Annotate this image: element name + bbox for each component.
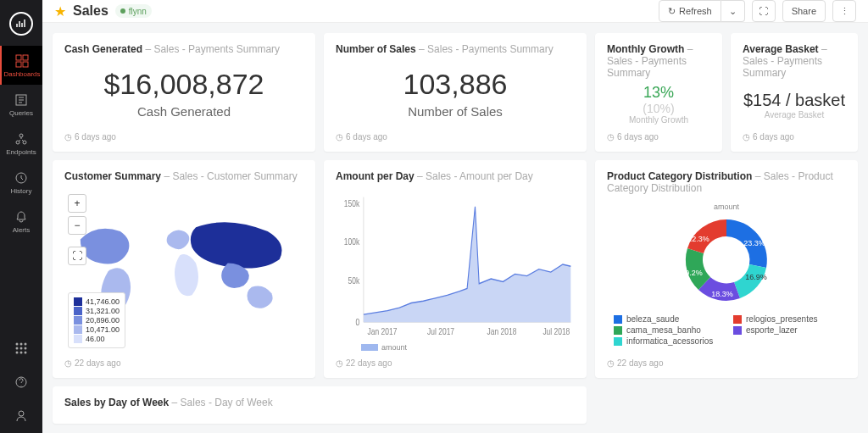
owner-pill[interactable]: flynn xyxy=(115,4,152,18)
card-title: Sales by Day of Week xyxy=(64,397,169,408)
legend-label: 10,471.00 xyxy=(86,325,120,334)
card-category-distribution: Product Category Distribution – Sales - … xyxy=(595,160,858,378)
card-title: Product Category Distribution xyxy=(607,170,752,182)
apps-icon xyxy=(14,341,29,356)
card-title: Average Basket xyxy=(743,43,819,55)
growth-pct2: (10%) xyxy=(643,102,674,115)
updated-text: 6 days ago xyxy=(753,132,794,142)
clock-icon: ◷ xyxy=(336,132,343,142)
nav-alerts[interactable]: Alerts xyxy=(0,202,42,241)
clock-icon: ◷ xyxy=(743,132,750,142)
card-header: Product Category Distribution – Sales - … xyxy=(607,170,846,194)
refresh-label: Refresh xyxy=(679,6,712,16)
more-button[interactable]: ⋮ xyxy=(832,0,856,22)
topbar: ★ Sales flynn ↻ Refresh ⌄ ⛶ Share ⋮ xyxy=(42,0,868,23)
card-title: Monthly Growth xyxy=(607,43,684,55)
share-label: Share xyxy=(792,6,816,16)
legend-label: 20,896.00 xyxy=(86,316,120,325)
legend-label: 31,321.00 xyxy=(86,307,120,315)
card-header: Amount per Day – Sales - Amount per Day xyxy=(336,170,575,182)
share-button[interactable]: Share xyxy=(782,0,826,22)
svg-point-11 xyxy=(25,343,27,346)
card-day-of-week: Sales by Day of Week – Sales - Day of We… xyxy=(53,386,587,424)
nav-apps[interactable] xyxy=(0,331,42,365)
card-footer: ◷ 22 days ago xyxy=(336,358,575,368)
clock-icon: ◷ xyxy=(607,358,615,368)
endpoints-icon xyxy=(14,131,29,147)
updated-text: 6 days ago xyxy=(617,132,659,142)
card-header: Monthly Growth – Sales - Payments Summar… xyxy=(607,43,710,79)
card-header: Number of Sales – Sales - Payments Summa… xyxy=(336,43,575,55)
card-title: Amount per Day xyxy=(336,170,415,182)
legend-label: informatica_acessorios xyxy=(626,336,713,346)
svg-point-14 xyxy=(25,347,27,350)
nav-dashboards[interactable]: Dashboards xyxy=(0,46,42,85)
chart-legend: amount xyxy=(361,343,575,352)
nav-label: Endpoints xyxy=(6,148,36,156)
legend-swatch xyxy=(74,325,82,334)
card-header: Average Basket – Sales - Payments Summar… xyxy=(743,43,846,79)
legend-label: amount xyxy=(381,343,407,352)
map-area[interactable]: + − ⛶ 41,746.00 31,321.00 20,896.00 10,4… xyxy=(64,191,303,352)
ytick: 100k xyxy=(344,236,360,247)
legend-swatch xyxy=(74,316,82,325)
nav-user[interactable] xyxy=(0,399,42,433)
xtick: Jul 2018 xyxy=(542,326,570,336)
xtick: Jan 2017 xyxy=(368,326,398,336)
nav-label: History xyxy=(11,187,32,195)
legend-label: beleza_saude xyxy=(626,314,679,324)
nav-history[interactable]: History xyxy=(0,163,42,202)
nav-queries[interactable]: Queries xyxy=(0,85,42,124)
help-icon xyxy=(14,375,29,390)
svg-rect-0 xyxy=(16,55,21,60)
legend-swatch xyxy=(733,326,742,335)
ytick: 50k xyxy=(348,275,360,286)
ytick: 0 xyxy=(355,317,359,327)
svg-point-19 xyxy=(19,411,24,416)
nav-help[interactable] xyxy=(0,365,42,399)
card-subtitle: Sales - Amount per Day xyxy=(426,170,533,182)
svg-point-13 xyxy=(20,347,23,350)
line-chart[interactable]: 150k 100k 50k 0 Jan 2017 Jul 2017 Jan 20… xyxy=(336,187,575,341)
card-amount-per-day: Amount per Day – Sales - Amount per Day … xyxy=(324,160,587,378)
card-title: Customer Summary xyxy=(64,170,161,182)
map-zoom-in[interactable]: + xyxy=(68,194,86,213)
legend-label: esporte_lazer xyxy=(746,325,798,335)
card-subtitle: Sales - Customer Summary xyxy=(172,170,297,182)
card-footer: ◷ 6 days ago xyxy=(607,132,710,142)
fullscreen-button[interactable]: ⛶ xyxy=(752,0,776,22)
history-icon xyxy=(14,170,29,186)
owner-name: flynn xyxy=(129,7,147,16)
legend-swatch xyxy=(74,307,82,315)
slice-pct: 16.9% xyxy=(745,273,767,281)
nav-endpoints[interactable]: Endpoints xyxy=(0,124,42,163)
svg-rect-3 xyxy=(23,62,28,67)
legend-label: relogios_presentes xyxy=(746,314,818,324)
slice-pct: 18.3% xyxy=(711,290,733,298)
svg-rect-1 xyxy=(23,55,28,60)
refresh-dropdown[interactable]: ⌄ xyxy=(721,0,745,22)
user-icon xyxy=(14,408,29,424)
updated-text: 22 days ago xyxy=(617,358,664,368)
owner-dot-icon xyxy=(120,8,125,14)
donut-chart[interactable]: amount 23.3% 16.9% 18.3% 19.2% 22.3% xyxy=(663,199,790,309)
map-zoom-out[interactable]: − xyxy=(68,216,86,235)
star-icon[interactable]: ★ xyxy=(54,3,66,19)
card-header: Cash Generated – Sales - Payments Summar… xyxy=(64,43,303,55)
nav-label: Alerts xyxy=(13,226,30,234)
cash-value: $16,008,872 xyxy=(103,68,264,101)
refresh-button[interactable]: ↻ Refresh xyxy=(659,0,721,22)
legend-swatch xyxy=(74,297,82,306)
svg-point-15 xyxy=(16,352,19,354)
clock-icon: ◷ xyxy=(336,358,343,368)
card-footer: ◷ 6 days ago xyxy=(743,132,846,142)
queries-icon xyxy=(14,92,29,108)
clock-icon: ◷ xyxy=(64,132,72,142)
updated-text: 6 days ago xyxy=(75,132,116,142)
xtick: Jul 2017 xyxy=(427,326,454,336)
map-fullscreen[interactable]: ⛶ xyxy=(68,247,86,265)
growth-pct: 13% xyxy=(643,84,674,102)
fullscreen-icon: ⛶ xyxy=(759,6,768,16)
numsales-label: Number of Sales xyxy=(408,104,503,119)
card-subtitle: Sales - Day of Week xyxy=(181,397,273,408)
